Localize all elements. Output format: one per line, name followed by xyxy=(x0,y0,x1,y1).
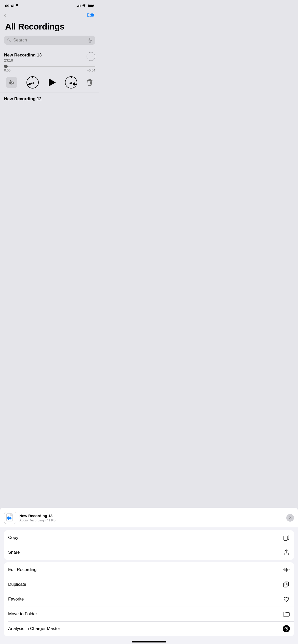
progress-container: 0:00 −0:04 xyxy=(4,66,95,73)
svg-point-11 xyxy=(11,83,12,84)
delete-button[interactable] xyxy=(86,78,93,86)
equalizer-icon xyxy=(9,80,15,85)
recording-duration: 23:18 xyxy=(4,58,42,62)
status-bar: 09:41 xyxy=(0,0,99,10)
next-recording-peek: New Recording 12 xyxy=(0,93,99,104)
page-title: All Recordings xyxy=(5,22,94,32)
search-container xyxy=(0,36,99,49)
signal-icon xyxy=(76,4,80,7)
play-button[interactable] xyxy=(48,78,56,86)
svg-rect-2 xyxy=(88,5,93,7)
svg-point-9 xyxy=(10,81,11,82)
skip-back-button[interactable]: 15 xyxy=(26,76,39,89)
skip-back-number: 15 xyxy=(31,81,34,84)
search-icon xyxy=(7,38,11,42)
more-button[interactable]: ··· xyxy=(87,52,95,61)
status-time: 09:41 xyxy=(5,4,18,8)
recording-title: New Recording 13 xyxy=(4,53,42,58)
recording-info: New Recording 13 23:18 xyxy=(4,53,42,62)
eq-button[interactable] xyxy=(6,77,17,88)
next-recording-title: New Recording 12 xyxy=(4,96,95,101)
battery-icon xyxy=(88,4,94,7)
page-title-container: All Recordings xyxy=(0,21,99,36)
location-icon xyxy=(16,4,18,7)
search-input[interactable] xyxy=(13,38,86,43)
progress-thumb[interactable] xyxy=(4,65,8,68)
recording-header: New Recording 13 23:18 ··· xyxy=(4,53,95,62)
svg-marker-13 xyxy=(72,82,74,86)
svg-rect-3 xyxy=(89,38,91,40)
progress-track[interactable] xyxy=(4,66,95,67)
recording-item: New Recording 13 23:18 ··· 0:00 −0:04 xyxy=(0,49,99,93)
current-time-label: 0:00 xyxy=(4,68,10,72)
nav-bar: ‹ Edit xyxy=(0,10,99,21)
time-label: 09:41 xyxy=(5,4,15,8)
wifi-icon xyxy=(82,4,86,7)
remaining-time-label: −0:04 xyxy=(87,68,95,72)
skip-forward-number: 15 xyxy=(69,81,72,84)
skip-forward-button[interactable]: 15 xyxy=(65,76,77,89)
progress-labels: 0:00 −0:04 xyxy=(4,68,95,72)
status-icons xyxy=(76,4,94,7)
search-bar[interactable] xyxy=(4,36,95,45)
trash-icon xyxy=(86,78,93,86)
microphone-icon xyxy=(88,38,92,43)
play-icon xyxy=(49,78,56,86)
edit-button[interactable]: Edit xyxy=(87,13,94,18)
svg-rect-1 xyxy=(93,5,94,6)
back-button[interactable]: ‹ xyxy=(4,12,6,19)
playback-controls: 15 15 xyxy=(4,73,95,93)
svg-point-10 xyxy=(12,82,13,83)
